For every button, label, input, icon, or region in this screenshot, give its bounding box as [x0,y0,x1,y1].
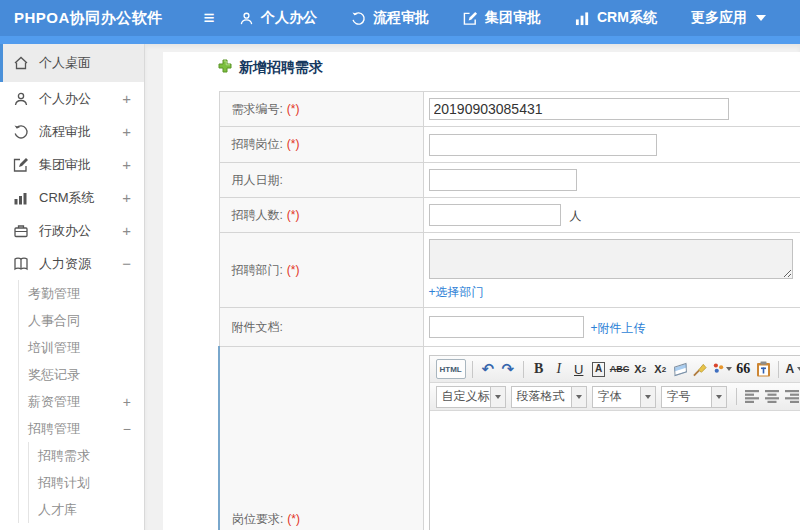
demand-no-label: 需求编号: [232,102,283,116]
sidebar-item-talent-pool[interactable]: 人才库 [0,496,144,523]
form-row-hire-date: 用人日期: [219,163,800,198]
hire-date-input[interactable] [429,169,577,191]
sidebar-item-label: 人事合同 [28,312,144,330]
toolbar-separator [472,361,473,378]
sidebar-item-label: 个人桌面 [39,54,144,72]
edit-icon [463,11,478,26]
sidebar-item-label: 招聘计划 [38,474,144,492]
headcount-input[interactable] [429,204,561,226]
nav-item-workflow-approval[interactable]: 流程审批 [334,0,446,36]
required-marker: (*) [287,263,300,277]
main-content: 新增招聘需求 需求编号:(*) 招聘岗位:(*) [145,44,800,530]
subscript-button[interactable]: X2 [651,359,669,379]
sidebar-item-personal-office[interactable]: 个人办公 + [0,82,144,115]
attachment-label: 附件文档: [232,320,283,334]
position-input[interactable] [429,134,657,156]
expand-icon[interactable]: + [123,394,131,410]
expand-icon[interactable]: + [122,90,131,107]
expand-icon[interactable]: + [122,156,131,173]
collapse-icon[interactable]: − [123,421,131,437]
attachment-input[interactable] [429,316,584,338]
attachment-upload-link[interactable]: +附件上传 [591,321,646,335]
form-row-attachment: 附件文档: +附件上传 [219,308,800,347]
sidebar-item-recruit-demand[interactable]: 招聘需求 [0,442,144,469]
caret-down-icon [490,387,505,407]
form-row-headcount: 招聘人数:(*) 人 [219,198,800,233]
italic-button[interactable]: I [550,359,568,379]
underline-button[interactable]: U [570,359,588,379]
required-marker: (*) [287,208,300,222]
book-icon [13,256,29,272]
eraser-icon[interactable] [671,359,689,379]
custom-heading-dropdown[interactable]: 自定义标题 [436,386,506,408]
sidebar-item-workflow-approval[interactable]: 流程审批 + [0,115,144,148]
align-left-icon[interactable] [743,387,761,407]
history-icon [351,11,366,26]
nav-item-crm[interactable]: CRM系统 [558,0,674,36]
font-size-dropdown[interactable]: 字号 [661,386,727,408]
editor-content-area[interactable] [430,411,800,530]
top-navigation: ≡ 个人办公 流程审批 集团审批 CRM系统 更多应用 [196,0,783,36]
expand-icon[interactable]: + [122,222,131,239]
nav-item-label: 流程审批 [373,9,429,27]
briefcase-icon [13,223,29,239]
sidebar-item-hr[interactable]: 人力资源 − [0,247,144,280]
chart-icon [13,190,29,206]
sidebar-item-group-approval[interactable]: 集团审批 + [0,148,144,181]
caret-down-icon [756,15,766,21]
text-style-button[interactable]: A [590,359,608,379]
sidebar-item-admin-office[interactable]: 行政办公 + [0,214,144,247]
form-row-demand-no: 需求编号:(*) [219,92,800,127]
paste-icon[interactable] [754,359,772,379]
sidebar-item-reward-records[interactable]: 奖惩记录 [0,361,144,388]
sidebar-item-personal-desktop[interactable]: 个人桌面 [0,44,144,82]
font-family-dropdown[interactable]: 字体 [592,386,656,408]
blockquote-button[interactable]: 66 [734,359,752,379]
undo-icon[interactable]: ↶ [479,359,497,379]
sidebar-item-hr-contract[interactable]: 人事合同 [0,307,144,334]
color-palette-icon[interactable] [711,359,732,379]
department-textarea[interactable] [429,239,793,279]
sidebar-item-recruit-mgmt[interactable]: 招聘管理 − [0,415,144,442]
format-brush-icon[interactable] [691,359,709,379]
editor-toolbar-1: HTML ↶ ↷ B I U A ABC X2 X2 [430,356,800,383]
nav-item-personal-office[interactable]: 个人办公 [222,0,334,36]
nav-item-label: CRM系统 [597,9,657,27]
menu-icon[interactable]: ≡ [196,7,222,29]
nav-item-more-apps[interactable]: 更多应用 [674,0,783,36]
form-row-job-requirements: 岗位要求:(*) HTML ↶ ↷ B I U A [219,347,800,530]
expand-icon[interactable]: + [122,189,131,206]
form-row-position: 招聘岗位:(*) [219,127,800,163]
paragraph-format-dropdown[interactable]: 段落格式 [511,386,587,408]
sidebar-item-salary-mgmt[interactable]: 薪资管理 + [0,388,144,415]
headcount-unit: 人 [570,209,582,223]
demand-no-input[interactable] [429,98,729,120]
nav-item-label: 集团审批 [485,9,541,27]
rich-text-editor: HTML ↶ ↷ B I U A ABC X2 X2 [429,355,800,530]
select-department-link[interactable]: +选择部门 [429,284,484,301]
superscript-button[interactable]: X2 [631,359,649,379]
caret-down-icon [640,387,655,407]
expand-icon[interactable]: + [122,123,131,140]
collapse-icon[interactable]: − [122,255,131,272]
toolbar-separator [736,388,737,405]
redo-icon[interactable]: ↷ [499,359,517,379]
form-row-department: 招聘部门:(*) +选择部门 [219,233,800,308]
align-center-icon[interactable] [763,387,781,407]
required-marker: (*) [287,137,300,151]
user-icon [239,11,254,26]
sidebar-item-training-mgmt[interactable]: 培训管理 [0,334,144,361]
bold-button[interactable]: B [530,359,548,379]
align-right-icon[interactable] [783,387,800,407]
sidebar-item-attendance-mgmt[interactable]: 考勤管理 [0,280,144,307]
nav-item-label: 个人办公 [261,9,317,27]
hire-date-label: 用人日期: [232,173,283,187]
nav-item-group-approval[interactable]: 集团审批 [446,0,558,36]
sidebar-item-recruit-plan[interactable]: 招聘计划 [0,469,144,496]
chart-icon [575,11,590,26]
html-source-button[interactable]: HTML [436,359,466,379]
sidebar-item-crm-system[interactable]: CRM系统 + [0,181,144,214]
department-label: 招聘部门: [232,263,283,277]
strikethrough-button[interactable]: ABC [610,359,630,379]
font-color-button[interactable]: A [785,359,800,379]
